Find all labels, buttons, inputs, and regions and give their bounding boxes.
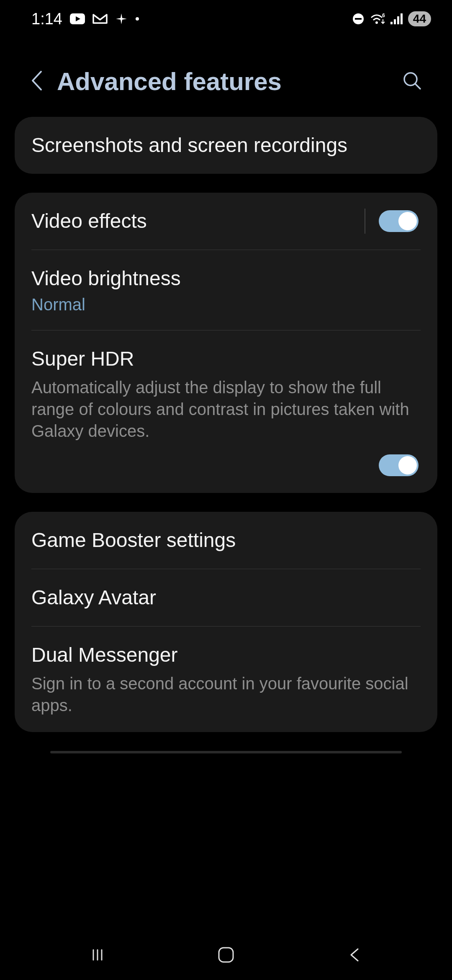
wifi-icon: 6: [370, 13, 385, 25]
svg-rect-14: [219, 948, 233, 962]
dnd-icon: [352, 13, 365, 25]
navigation-bar: [0, 930, 452, 980]
header: Advanced features: [0, 34, 452, 117]
video-effects-title: Video effects: [31, 209, 365, 234]
game-booster-item[interactable]: Game Booster settings: [15, 512, 437, 569]
back-nav-button[interactable]: [342, 942, 367, 967]
status-left: 1:14: [31, 10, 139, 28]
video-effects-toggle[interactable]: [379, 210, 419, 232]
dot-icon: [135, 17, 139, 21]
super-hdr-item[interactable]: Super HDR Automatically adjust the displ…: [15, 330, 437, 442]
super-hdr-description: Automatically adjust the display to show…: [31, 377, 419, 442]
settings-card-video: Video effects Video brightness Normal Su…: [15, 193, 437, 493]
screenshots-item[interactable]: Screenshots and screen recordings: [15, 117, 437, 174]
sparkle-icon: [115, 13, 128, 25]
super-hdr-title: Super HDR: [31, 346, 419, 371]
recents-button[interactable]: [85, 942, 110, 967]
video-brightness-title: Video brightness: [31, 266, 421, 291]
svg-rect-3: [355, 18, 362, 20]
svg-rect-9: [401, 13, 403, 24]
game-booster-title: Game Booster settings: [31, 528, 421, 553]
dual-messenger-title: Dual Messenger: [31, 642, 421, 668]
super-hdr-toggle[interactable]: [379, 454, 419, 476]
svg-rect-8: [397, 16, 399, 24]
video-brightness-value: Normal: [31, 295, 421, 314]
galaxy-avatar-title: Galaxy Avatar: [31, 585, 421, 610]
search-button[interactable]: [402, 70, 423, 93]
galaxy-avatar-item[interactable]: Galaxy Avatar: [15, 569, 437, 626]
youtube-icon: [70, 13, 85, 24]
dual-messenger-item[interactable]: Dual Messenger Sign in to a second accou…: [15, 627, 437, 732]
battery-indicator: 44: [408, 11, 431, 26]
svg-text:6: 6: [382, 13, 385, 18]
svg-point-4: [375, 21, 378, 24]
settings-card-screenshots: Screenshots and screen recordings: [15, 117, 437, 174]
page-title: Advanced features: [57, 67, 389, 96]
toggle-divider: [365, 209, 365, 234]
back-button[interactable]: [29, 69, 44, 94]
status-bar: 1:14 6 44: [0, 0, 452, 34]
svg-rect-7: [394, 19, 396, 24]
super-hdr-toggle-row: [15, 442, 437, 493]
status-right: 6 44: [352, 11, 431, 26]
scroll-indicator: [50, 751, 402, 753]
dual-messenger-description: Sign in to a second account in your favo…: [31, 673, 421, 716]
video-brightness-item[interactable]: Video brightness Normal: [15, 250, 437, 330]
screenshots-title: Screenshots and screen recordings: [31, 133, 421, 158]
svg-point-1: [136, 17, 139, 21]
settings-card-features: Game Booster settings Galaxy Avatar Dual…: [15, 512, 437, 732]
home-button[interactable]: [213, 942, 239, 967]
svg-rect-6: [390, 22, 393, 24]
status-time: 1:14: [31, 10, 62, 28]
video-effects-item[interactable]: Video effects: [15, 193, 437, 250]
signal-icon: [390, 13, 403, 24]
gmail-icon: [92, 13, 108, 25]
